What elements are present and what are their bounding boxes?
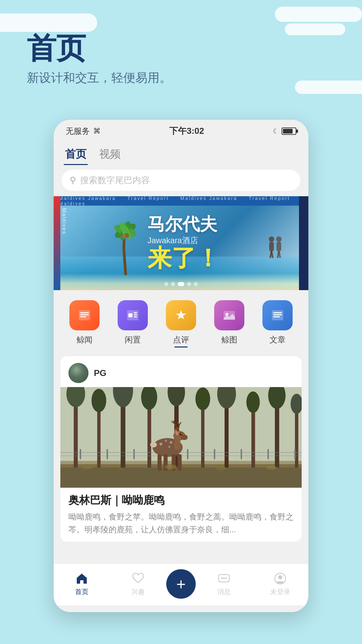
profile-icon <box>274 572 287 585</box>
svg-point-85 <box>168 446 170 448</box>
banner-dots <box>164 282 198 286</box>
card-header: PG <box>60 356 302 387</box>
trees-icon <box>60 387 302 488</box>
content-card: PG <box>60 356 302 542</box>
cloud-decoration-1 <box>0 13 97 32</box>
card-username: PG <box>94 368 107 378</box>
svg-point-44 <box>195 387 210 410</box>
svg-point-10 <box>276 236 282 242</box>
wenzhang-icon <box>270 308 285 323</box>
category-label-jingwen: 鲸闻 <box>76 334 93 345</box>
cloud-decoration-2 <box>275 7 362 22</box>
search-icon: ⚲ <box>70 175 76 185</box>
category-icon-wenzhang <box>262 300 293 330</box>
nav-tabs: 首页 视频 <box>54 141 308 164</box>
add-button[interactable]: + <box>166 569 196 599</box>
svg-line-9 <box>272 251 273 258</box>
category-item-jingwen[interactable]: 鲸闻 <box>69 300 100 347</box>
add-icon: + <box>176 575 186 593</box>
svg-point-88 <box>117 468 125 471</box>
jingtu-icon <box>222 308 237 323</box>
article-preview: 呦呦鹿鸣，食野之苹。呦呦鹿鸣，食野之蒿。呦呦鹿鸣，食野之芩。明孝陵的鹿苑，让人仿… <box>60 511 302 536</box>
dot-1 <box>164 282 168 286</box>
category-section: 鲸闻 闲置 <box>54 290 308 351</box>
wifi-icon: ⌘ <box>93 127 101 136</box>
no-service-label: 无服务 <box>66 126 90 137</box>
category-label-wenzhang: 文章 <box>269 334 286 345</box>
svg-point-82 <box>160 443 162 445</box>
jingwen-icon <box>77 308 92 323</box>
category-item-xianzhi[interactable]: 闲置 <box>118 300 148 347</box>
banner-text-area: 马尔代夫 Jawakara酒店 来了！ <box>107 211 292 270</box>
nav-item-home[interactable]: 首页 <box>54 572 110 596</box>
svg-point-84 <box>170 441 172 444</box>
status-left: 无服务 ⌘ <box>66 126 101 137</box>
svg-rect-15 <box>80 312 89 313</box>
article-image <box>60 387 302 488</box>
page-title: 首页 <box>27 34 335 63</box>
svg-rect-78 <box>158 454 162 471</box>
svg-marker-92 <box>77 574 87 584</box>
nav-label-profile: 未登录 <box>270 587 290 596</box>
category-item-jingtu[interactable]: 鲸图 <box>214 300 244 347</box>
app-content: 首页 视频 ⚲ 搜索数字尾巴内容 Maldives Jawakara Trave… <box>54 141 308 564</box>
xianzhi-icon <box>125 308 140 323</box>
svg-rect-17 <box>80 316 86 317</box>
category-label-jingtu: 鲸图 <box>221 334 237 345</box>
svg-point-69 <box>181 433 182 434</box>
tab-home[interactable]: 首页 <box>64 144 88 164</box>
people-icon <box>261 233 288 260</box>
banner-dark-right <box>299 196 308 290</box>
status-bar: 无服务 ⌘ 下午3:02 ☾ <box>54 120 308 141</box>
svg-point-90 <box>217 466 226 470</box>
svg-point-6 <box>269 236 274 242</box>
avatar <box>68 363 88 383</box>
dot-2 <box>171 282 175 286</box>
svg-point-83 <box>165 440 167 442</box>
category-icon-pinglun <box>166 300 196 330</box>
nav-label-interest: 兴趣 <box>131 587 145 596</box>
nav-item-interest[interactable]: 兴趣 <box>110 572 166 596</box>
cloud-decoration-3 <box>285 23 345 35</box>
svg-point-98 <box>278 575 282 579</box>
nav-item-message[interactable]: 消息 <box>196 572 252 596</box>
svg-rect-16 <box>80 314 89 315</box>
svg-point-96 <box>225 577 227 579</box>
heart-icon <box>131 572 145 585</box>
svg-rect-21 <box>134 314 137 315</box>
svg-line-13 <box>279 251 280 258</box>
cloud-decoration-4 <box>295 80 362 94</box>
nav-label-home: 首页 <box>75 587 88 596</box>
svg-point-89 <box>165 465 177 469</box>
moon-icon: ☾ <box>273 127 279 135</box>
category-label-xianzhi: 闲置 <box>125 334 141 345</box>
banner-image: Maldives Jawakara Travel Report Maldives… <box>54 196 308 290</box>
nav-label-message: 消息 <box>217 587 231 596</box>
category-icon-jingtu <box>214 300 244 330</box>
svg-point-67 <box>181 435 188 440</box>
phone-mockup: 无服务 ⌘ 下午3:02 ☾ 首页 视频 ⚲ 搜索数字尾巴内容 <box>54 120 308 612</box>
palm-tree-icon <box>107 215 144 282</box>
svg-rect-20 <box>134 312 137 313</box>
svg-point-5 <box>122 234 126 238</box>
svg-point-91 <box>266 466 277 470</box>
banner-stripe-text: Maldives Jawakara Travel Report Maldives… <box>59 196 303 206</box>
tab-video[interactable]: 视频 <box>98 144 122 164</box>
svg-marker-23 <box>176 310 186 319</box>
bottom-nav: 首页 兴趣 + 消息 <box>54 564 308 605</box>
avatar-image <box>68 363 88 383</box>
home-icon <box>75 572 88 585</box>
svg-point-48 <box>246 391 260 413</box>
svg-rect-11 <box>277 242 281 251</box>
nav-item-profile[interactable]: 未登录 <box>252 572 308 596</box>
category-label-pinglun: 点评 <box>173 334 189 347</box>
status-time: 下午3:02 <box>169 125 204 137</box>
svg-rect-22 <box>134 316 137 317</box>
dot-5 <box>194 282 198 286</box>
banner-container[interactable]: Maldives Jawakara Travel Report Maldives… <box>54 196 308 290</box>
search-bar[interactable]: ⚲ 搜索数字尾巴内容 <box>62 170 300 191</box>
category-item-pinglun[interactable]: 点评 <box>166 300 196 347</box>
dot-3 <box>178 282 184 286</box>
category-item-wenzhang[interactable]: 文章 <box>262 300 293 347</box>
svg-point-86 <box>150 442 157 447</box>
